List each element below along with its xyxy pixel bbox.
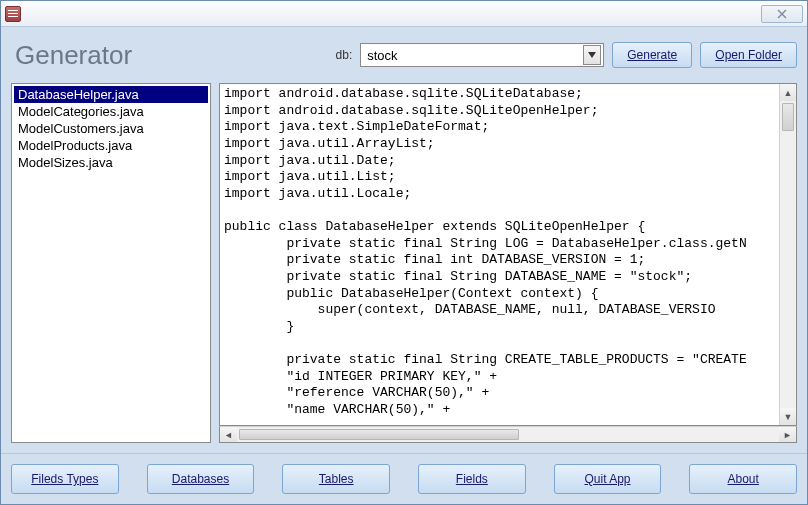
generate-button[interactable]: Generate xyxy=(612,42,692,68)
scroll-left-icon[interactable]: ◄ xyxy=(220,427,237,442)
tables-button[interactable]: Tables xyxy=(282,464,390,494)
horizontal-scrollbar[interactable]: ◄ ► xyxy=(219,426,797,443)
header-row: Generator db: stock Generate Open Folder xyxy=(11,35,797,75)
db-label: db: xyxy=(336,48,353,62)
code-area: import android.database.sqlite.SQLiteDat… xyxy=(219,83,797,426)
file-list[interactable]: DatabaseHelper.javaModelCategories.javaM… xyxy=(11,83,211,443)
titlebar xyxy=(1,1,807,27)
db-combobox-value: stock xyxy=(367,48,583,63)
file-item[interactable]: DatabaseHelper.java xyxy=(14,86,208,103)
scroll-right-icon[interactable]: ► xyxy=(779,427,796,442)
fileds-types-button[interactable]: Fileds Types xyxy=(11,464,119,494)
hscroll-track[interactable] xyxy=(237,427,779,442)
titlebar-left xyxy=(5,6,21,22)
about-button[interactable]: About xyxy=(689,464,797,494)
scroll-down-icon[interactable]: ▼ xyxy=(780,408,796,425)
file-item[interactable]: ModelCustomers.java xyxy=(14,120,208,137)
file-item[interactable]: ModelProducts.java xyxy=(14,137,208,154)
window-close-button[interactable] xyxy=(761,5,803,23)
vertical-scrollbar[interactable]: ▲ ▼ xyxy=(779,84,796,425)
app-title: Generator xyxy=(11,40,132,71)
window-root: Generator db: stock Generate Open Folder… xyxy=(0,0,808,505)
bottom-bar: Fileds TypesDatabasesTablesFieldsQuit Ap… xyxy=(1,453,807,504)
scroll-up-icon[interactable]: ▲ xyxy=(780,84,796,101)
fields-button[interactable]: Fields xyxy=(418,464,526,494)
open-folder-button[interactable]: Open Folder xyxy=(700,42,797,68)
code-text[interactable]: import android.database.sqlite.SQLiteDat… xyxy=(220,84,779,425)
scroll-thumb[interactable] xyxy=(782,103,794,131)
chevron-down-icon[interactable] xyxy=(583,45,601,65)
app-icon xyxy=(5,6,21,22)
code-wrap: import android.database.sqlite.SQLiteDat… xyxy=(219,83,797,443)
quit-app-button[interactable]: Quit App xyxy=(554,464,662,494)
scroll-track[interactable] xyxy=(780,101,796,408)
db-combobox[interactable]: stock xyxy=(360,43,604,67)
databases-button[interactable]: Databases xyxy=(147,464,255,494)
content: Generator db: stock Generate Open Folder… xyxy=(1,27,807,453)
main-area: DatabaseHelper.javaModelCategories.javaM… xyxy=(11,83,797,443)
hscroll-thumb[interactable] xyxy=(239,429,519,440)
file-item[interactable]: ModelCategories.java xyxy=(14,103,208,120)
file-item[interactable]: ModelSizes.java xyxy=(14,154,208,171)
